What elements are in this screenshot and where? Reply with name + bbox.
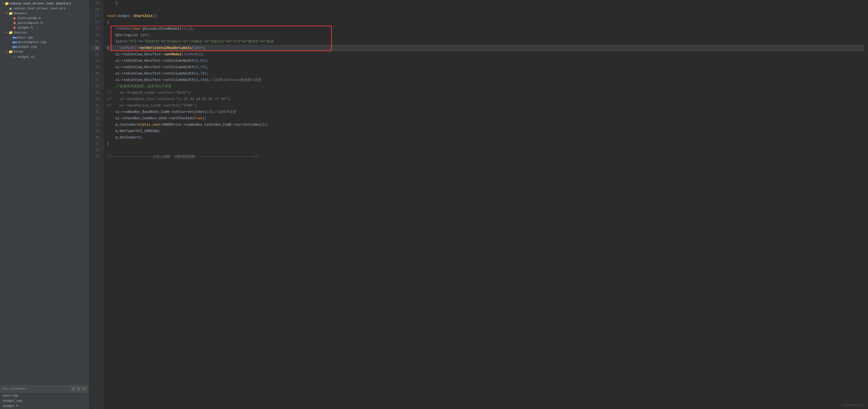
tree-item-controlcan_h[interactable]: hControlCAN.h bbox=[0, 16, 88, 21]
code-line-44: m_CanIndex=static_cast<DWORD>(ui->comboB… bbox=[107, 122, 864, 128]
tree-icon-project: 📁 bbox=[4, 1, 9, 6]
code-line-28: { bbox=[107, 19, 864, 26]
line-number-38: 38 bbox=[91, 83, 100, 90]
line-number-44: 44 bbox=[91, 122, 100, 128]
line-number-28: 28 bbox=[91, 19, 100, 26]
code-line-29: theModel=new QStandardItemModel(this); bbox=[107, 26, 864, 32]
watermark: CSGive Way to 三... bbox=[842, 403, 866, 407]
line-number-36: 36 bbox=[91, 70, 100, 77]
code-line-27: void Widget::StartInit() bbox=[107, 13, 864, 19]
line-number-40: 40 bbox=[91, 96, 100, 102]
line-number-47: 47 bbox=[91, 141, 100, 147]
code-lines: } void Widget::StartInit(){ theModel=new… bbox=[103, 0, 868, 409]
code-line-40: // ui->SendData_Text->setText("11 22 33 … bbox=[107, 96, 864, 102]
line-number-48: 48 bbox=[91, 147, 100, 154]
code-line-37: ui->tableView_RecvText->setColumnWidth(9… bbox=[107, 77, 864, 83]
tree-item-project[interactable]: ▼📁usbcan_test_driver_tool [master] bbox=[0, 1, 88, 6]
code-line-35: ui->tableView_RecvText->setColumnWidth(3… bbox=[107, 64, 864, 70]
code-line-33: ui->tableView_RecvText->setModel(theMode… bbox=[107, 51, 864, 58]
tree-label-sources: Sources bbox=[14, 31, 27, 34]
line-number-39: 39 bbox=[91, 90, 100, 96]
line-number-46: 46 bbox=[91, 134, 100, 141]
code-line-32: ▶ theModel->setHorizontalHeaderLabels(ls… bbox=[107, 45, 864, 51]
tree-label-widget_ui: widget.ui bbox=[18, 55, 35, 59]
code-line-42: ui->comboBox_BaudRate_ComB->setCurrentIn… bbox=[107, 109, 864, 115]
tree-icon-widget_ui: ✏ bbox=[12, 55, 17, 59]
code-line-25: } bbox=[107, 0, 864, 6]
tree-label-main_cpp: main.cpp bbox=[18, 36, 33, 39]
line-number-33: 33 bbox=[91, 51, 100, 58]
open-docs-panel: Open Documents ⇅ ⊡ ✕ main.cppwidget.cppw… bbox=[0, 385, 88, 409]
tree-item-widget_h[interactable]: hwidget.h bbox=[0, 25, 88, 30]
open-docs-list: main.cppwidget.cppwidget.h bbox=[0, 392, 88, 409]
code-line-46: m_DevIndex=0; bbox=[107, 134, 864, 141]
code-line-36: ui->tableView_RecvText->setColumnWidth(4… bbox=[107, 70, 864, 77]
code-line-49: //--------------------自定义函数 内部调用函数------… bbox=[107, 154, 864, 160]
open-docs-header: Open Documents ⇅ ⊡ ✕ bbox=[0, 385, 88, 392]
line-number-45: 45 bbox=[91, 128, 100, 134]
line-number-30: 30 bbox=[91, 32, 100, 38]
line-number-34: 34 bbox=[91, 58, 100, 64]
line-number-31: 31 bbox=[91, 38, 100, 45]
split-icon[interactable]: ⊡ bbox=[76, 387, 81, 391]
tree-icon-qcustomplot_h: h bbox=[12, 22, 17, 25]
tree-item-forms[interactable]: ▼📁Forms bbox=[0, 49, 88, 54]
line-number-49: 49 bbox=[91, 154, 100, 160]
sidebar: ▼📁usbcan_test_driver_tool [master]⊞usbca… bbox=[0, 0, 89, 409]
code-line-45: m_DevType=VCI_USBCAN2; bbox=[107, 128, 864, 134]
tree-label-headers: Headers bbox=[14, 11, 27, 15]
tree-item-qcustomplot_cpp[interactable]: C++qcustomplot.cpp bbox=[0, 40, 88, 44]
code-line-39: // ui->FrameId_LineE->setText("0232"); bbox=[107, 90, 864, 96]
tree-item-headers[interactable]: ▼📁Headers bbox=[0, 11, 88, 16]
sort-icon[interactable]: ⇅ bbox=[71, 387, 75, 391]
tree-icon-widget_h: h bbox=[12, 26, 17, 30]
tree-arrow: ▼ bbox=[5, 12, 8, 15]
sidebar-tree[interactable]: ▼📁usbcan_test_driver_tool [master]⊞usbca… bbox=[0, 0, 88, 385]
code-line-34: ui->tableView_RecvText->setColumnWidth(0… bbox=[107, 58, 864, 64]
code-line-47: } bbox=[107, 141, 864, 147]
line-number-27: 27 bbox=[91, 13, 100, 19]
tree-label-widget_h: widget.h bbox=[18, 26, 33, 30]
line-number-25: 25 bbox=[91, 0, 100, 6]
line-number-43: 43 bbox=[91, 115, 100, 122]
tree-label-forms: Forms bbox=[14, 50, 23, 54]
tree-label-qcustomplot_cpp: qcustomplot.cpp bbox=[18, 40, 46, 44]
tree-icon-qcustomplot_cpp: C++ bbox=[12, 40, 17, 44]
tree-item-sources[interactable]: ▼📁Sources bbox=[0, 30, 88, 35]
tree-arrow: ▼ bbox=[5, 31, 8, 34]
tree-label-widget_cpp: widget.cpp bbox=[18, 45, 37, 49]
code-line-38: //直接再界面设置，这里可以不设置 bbox=[107, 83, 864, 90]
line-number-26: 26 bbox=[91, 6, 100, 13]
code-line-48 bbox=[107, 147, 864, 154]
line-number-32: 32 bbox=[91, 45, 100, 51]
open-doc-item[interactable]: main.cpp bbox=[0, 393, 88, 398]
tree-item-qcustomplot_h[interactable]: hqcustomplot.h bbox=[0, 21, 88, 25]
code-line-26 bbox=[107, 6, 864, 13]
open-docs-header-left: Open Documents bbox=[2, 387, 27, 390]
tree-arrow: ▼ bbox=[5, 51, 8, 53]
tree-label-qcustomplot_h: qcustomplot.h bbox=[18, 21, 42, 25]
tree-item-widget_ui[interactable]: ✏widget.ui bbox=[0, 54, 88, 60]
line-numbers: 2526272829303132333435363738394041424344… bbox=[89, 0, 103, 409]
line-number-35: 35 bbox=[91, 64, 100, 70]
tree-item-pro_file[interactable]: ⊞usbcan_test_driver_tool.pro bbox=[0, 6, 88, 11]
line-number-37: 37 bbox=[91, 77, 100, 83]
open-doc-item[interactable]: widget.h bbox=[0, 403, 88, 409]
line-number-41: 41 bbox=[91, 102, 100, 109]
tree-icon-sources: 📁 bbox=[8, 31, 13, 35]
tree-label-pro_file: usbcan_test_driver_tool.pro bbox=[14, 7, 66, 10]
code-line-31: lstr<<"序号"<<"系统时间"<<"时间标识"<<"CAN通道"<<"传输… bbox=[107, 38, 864, 45]
code-line-30: QStringList lstr; bbox=[107, 32, 864, 38]
code-line-41: // ui->SendPeriod_LineE->setText("1000")… bbox=[107, 102, 864, 109]
active-line-arrow: ▶ bbox=[107, 45, 110, 51]
code-line-43: ui->checkBox_CanRecv_Chek->setChecked(tr… bbox=[107, 115, 864, 122]
tree-label-project: usbcan_test_driver_tool [master] bbox=[10, 2, 71, 5]
tree-item-widget_cpp[interactable]: C++widget.cpp bbox=[0, 44, 88, 49]
tree-icon-controlcan_h: h bbox=[12, 17, 17, 20]
tree-arrow: ▼ bbox=[1, 2, 4, 5]
open-doc-item[interactable]: widget.cpp bbox=[0, 398, 88, 403]
close-icon[interactable]: ✕ bbox=[82, 387, 86, 391]
tree-item-main_cpp[interactable]: C++main.cpp bbox=[0, 35, 88, 40]
line-number-29: 29 bbox=[91, 26, 100, 32]
code-editor[interactable]: 2526272829303132333435363738394041424344… bbox=[89, 0, 868, 409]
